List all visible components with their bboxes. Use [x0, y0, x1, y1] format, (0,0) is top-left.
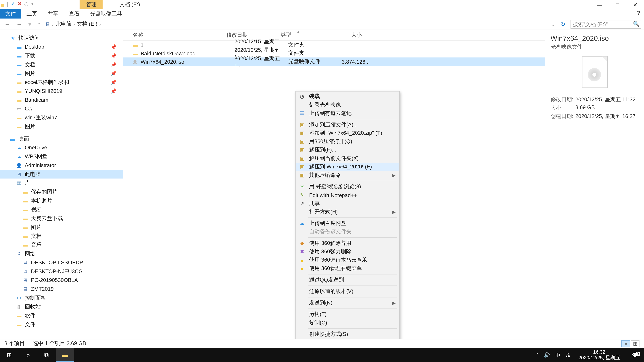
network-icon[interactable]: 🖧 — [566, 352, 570, 358]
menu-item[interactable]: ●使用 360进行木马云查杀 — [296, 256, 399, 264]
menu-item[interactable]: 复制(C) — [296, 319, 399, 327]
menu-item[interactable]: ☁上传到百度网盘 — [296, 219, 399, 228]
menu-item[interactable]: 刻录光盘映像 — [296, 101, 399, 109]
nav-quick-access[interactable]: ★快速访问 — [0, 33, 123, 42]
file-row[interactable]: ▬ BaiduNetdiskDownload 2020/12/25, 星期五 1… — [123, 49, 545, 57]
nav-excel-folder[interactable]: ▬excel表格制作求和📌 — [0, 78, 123, 87]
menu-item[interactable]: ▣添加到压缩文件(A)... — [296, 121, 399, 129]
file-row[interactable]: ▬ 1 2020/12/15, 星期二 1... 文件夹 — [123, 41, 545, 49]
nav-desktop-root[interactable]: ▬桌面 — [0, 134, 123, 143]
volume-icon[interactable]: 🔊 — [544, 352, 550, 358]
search-button[interactable]: ⌕ — [18, 348, 37, 362]
nav-net-pc2[interactable]: 🖥DESKTOP-NJEU3CG — [0, 267, 123, 276]
search-input[interactable] — [570, 19, 641, 28]
undo-icon[interactable]: ▾ — [31, 1, 34, 6]
nav-lib-pics[interactable]: ▬图片 — [0, 223, 123, 232]
menu-item[interactable]: ●使用 360管理右键菜单 — [296, 264, 399, 273]
nav-net-pc3[interactable]: 🖥PC-20190530OBLA — [0, 276, 123, 285]
up-button[interactable]: ↑ — [36, 21, 42, 27]
col-size[interactable]: 大小 — [325, 31, 364, 39]
tray-chevron-icon[interactable]: ˄ — [536, 352, 539, 358]
nav-this-pc[interactable]: 🖥此电脑 — [0, 170, 123, 179]
crumb-pc[interactable]: 此电脑 — [56, 20, 72, 28]
nav-desktop[interactable]: ▬Desktop📌 — [0, 42, 123, 51]
column-headers[interactable]: 名称 修改日期 类型 大小 — [123, 30, 545, 40]
nav-yunqishi[interactable]: ▬YUNQISHI2019📌 — [0, 87, 123, 95]
nav-lib-camera[interactable]: ▬本机照片 — [0, 196, 123, 205]
breadcrumb[interactable]: 🖥 › 此电脑 › 文档 (E:) › — [45, 20, 548, 28]
menu-item[interactable]: ☰上传到有道云笔记 — [296, 109, 399, 117]
col-date[interactable]: 修改日期 — [226, 31, 280, 39]
tab-disc-tools[interactable]: 光盘映像工具 — [85, 9, 127, 18]
nav-gdrive[interactable]: ▭G:\ — [0, 104, 123, 113]
nav-downloads[interactable]: ▬下载📌 — [0, 51, 123, 60]
back-button[interactable]: ← — [3, 21, 12, 27]
nav-network[interactable]: 🖧网络 — [0, 249, 123, 258]
nav-pictures[interactable]: ▬图片📌 — [0, 69, 123, 78]
menu-item[interactable]: ✶用 蜂蜜浏览器 浏览(3) — [296, 183, 399, 191]
menu-item[interactable]: ▣解压到(F)... — [296, 146, 399, 154]
menu-item[interactable]: ▣解压到当前文件夹(X) — [296, 154, 399, 163]
nav-onedrive[interactable]: ☁OneDrive — [0, 143, 123, 152]
ime-indicator[interactable]: 中 — [556, 352, 560, 358]
nav-lib-docs[interactable]: ▬文档 — [0, 232, 123, 241]
menu-item[interactable]: ▣其他压缩命令▶ — [296, 171, 399, 179]
view-details-button[interactable]: ≡ — [621, 340, 630, 347]
start-button[interactable]: ⊞ — [0, 348, 18, 362]
file-row-selected[interactable]: ◉ Win7x64_2020.iso 2020/12/25, 星期五 1... … — [123, 57, 545, 66]
minimize-button[interactable]: ― — [591, 0, 608, 10]
nav-net-pc1[interactable]: 🖥DESKTOP-LSSOEDP — [0, 258, 123, 267]
menu-item[interactable]: 创建快捷方式(S) — [296, 330, 399, 339]
forward-button[interactable]: → — [14, 21, 24, 27]
menu-item[interactable]: ▣用360压缩打开(Q) — [296, 137, 399, 146]
menu-item[interactable]: ▣解压到 Win7x64_2020\ (E) — [296, 163, 399, 171]
nav-wps[interactable]: ☁WPS网盘 — [0, 152, 123, 161]
refresh-button[interactable]: ↻ — [558, 21, 568, 27]
nav-documents[interactable]: ▬文档📌 — [0, 60, 123, 69]
tab-view[interactable]: 查看 — [64, 9, 85, 18]
tab-share[interactable]: 共享 — [42, 9, 64, 18]
col-name[interactable]: 名称 — [133, 31, 226, 39]
nav-lib-music[interactable]: ▬音乐 — [0, 241, 123, 249]
nav-lib-videos[interactable]: ▬视频 — [0, 205, 123, 214]
menu-item[interactable]: ▣添加到 "Win7x64_2020.zip" (T) — [296, 129, 399, 137]
menu-item[interactable]: 还原以前的版本(V) — [296, 287, 399, 296]
menu-item[interactable]: 剪切(T) — [296, 310, 399, 319]
close-button[interactable]: ✕ — [626, 0, 644, 10]
menu-item[interactable]: 通过QQ发送到 — [296, 276, 399, 284]
save-icon[interactable]: ✖ — [18, 1, 22, 6]
new-icon[interactable]: ◌ — [24, 1, 28, 6]
action-center-button[interactable]: 💬3 — [628, 352, 642, 358]
nav-control-panel[interactable]: ⚙控制面板 — [0, 294, 123, 302]
maximize-button[interactable]: ◻ — [608, 0, 626, 10]
menu-item[interactable]: ✖使用 360强力删除 — [296, 248, 399, 256]
nav-files[interactable]: ▬文件 — [0, 320, 123, 329]
explorer-taskbar-button[interactable]: ▬ — [56, 348, 74, 362]
nav-software[interactable]: ▬软件 — [0, 311, 123, 320]
task-view-button[interactable]: ⧉ — [37, 348, 56, 362]
menu-item[interactable]: 发送到(N)▶ — [296, 299, 399, 307]
menu-item[interactable]: ◆使用 360解除占用 — [296, 239, 399, 248]
menu-item[interactable]: ◔装载 — [296, 92, 399, 101]
menu-item[interactable]: ✎Edit with Notepad++ — [296, 191, 399, 199]
nav-win7reinstall[interactable]: ▬win7重装win7 — [0, 113, 123, 122]
nav-net-pc4[interactable]: 🖥ZMT2019 — [0, 285, 123, 294]
contextual-tab-manage[interactable]: 管理 — [80, 0, 103, 9]
nav-lib-tianyi[interactable]: ▬天翼云盘下载 — [0, 214, 123, 223]
nav-recycle[interactable]: 🗑回收站 — [0, 302, 123, 311]
nav-libraries[interactable]: ▦库 — [0, 178, 123, 187]
clock[interactable]: 16:32 2020/12/25, 星期五 — [576, 348, 623, 362]
menu-item[interactable]: 打开方式(H)▶ — [296, 208, 399, 216]
col-type[interactable]: 类型 — [280, 31, 325, 39]
view-icons-button[interactable]: ▦ — [630, 340, 640, 347]
recent-dropdown[interactable]: ▾ — [26, 21, 33, 27]
nav-pictures2[interactable]: ▬图片 — [0, 122, 123, 131]
nav-lib-savedpics[interactable]: ▬保存的图片 — [0, 187, 123, 196]
tab-home[interactable]: 主页 — [21, 9, 42, 18]
nav-admin[interactable]: 👤Administrator — [0, 161, 123, 170]
address-dropdown[interactable]: ⌄ — [551, 21, 556, 27]
tab-file[interactable]: 文件 — [0, 9, 21, 18]
check-icon[interactable]: ✔ — [11, 1, 15, 6]
menu-item[interactable]: ↗共享 — [296, 199, 399, 208]
nav-bandicam[interactable]: ▬Bandicam — [0, 95, 123, 104]
